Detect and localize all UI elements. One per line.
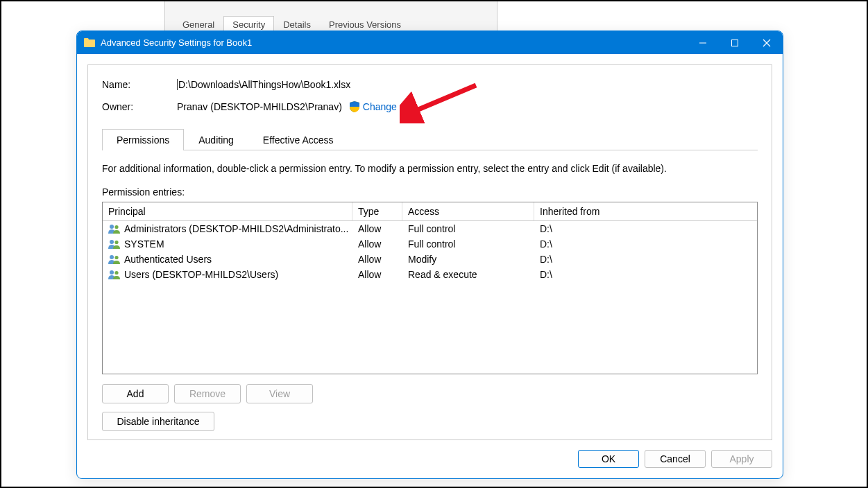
main-panel: Name: D:\Downloads\AllThingsHow\Book1.xl… [87, 64, 772, 440]
owner-value: Pranav (DESKTOP-MHILDS2\Pranav) [177, 101, 342, 112]
col-header-access[interactable]: Access [402, 202, 534, 220]
name-value: D:\Downloads\AllThingsHow\Book1.xlsx [177, 79, 350, 90]
remove-button: Remove [174, 384, 241, 403]
svg-line-2 [763, 40, 770, 46]
view-button: View [246, 384, 313, 403]
apply-button: Apply [711, 450, 772, 468]
principal-value: Administrators (DESKTOP-MHILDS2\Administ… [124, 223, 348, 234]
inherited-value: D:\ [534, 268, 757, 281]
col-header-inherited[interactable]: Inherited from [534, 202, 757, 220]
advanced-security-dialog: Advanced Security Settings for Book1 Nam… [76, 31, 783, 479]
folder-icon [84, 38, 95, 47]
users-icon [108, 254, 121, 264]
principal-value: Authenticated Users [124, 254, 212, 265]
dialog-title: Advanced Security Settings for Book1 [101, 37, 252, 48]
change-owner-link[interactable]: Change [363, 101, 397, 112]
users-icon [108, 239, 121, 249]
permission-row[interactable]: Authenticated UsersAllowModifyD:\ [103, 252, 757, 267]
ok-button[interactable]: OK [578, 450, 639, 468]
inherited-value: D:\ [534, 238, 757, 250]
svg-point-10 [110, 270, 114, 274]
type-value: Allow [352, 223, 402, 235]
minimize-button[interactable] [687, 31, 719, 54]
svg-point-6 [110, 240, 114, 244]
svg-point-5 [114, 225, 118, 229]
type-value: Allow [352, 238, 402, 250]
access-value: Modify [402, 253, 534, 265]
permission-row[interactable]: Users (DESKTOP-MHILDS2\Users)AllowRead &… [103, 267, 757, 282]
svg-point-7 [114, 241, 118, 244]
close-button[interactable] [751, 31, 783, 54]
tab-auditing[interactable]: Auditing [184, 129, 248, 150]
owner-label: Owner: [102, 101, 177, 112]
add-button[interactable]: Add [102, 384, 169, 403]
tab-permissions[interactable]: Permissions [102, 129, 184, 150]
svg-point-8 [110, 255, 114, 259]
svg-point-9 [114, 256, 118, 259]
permission-row[interactable]: SYSTEMAllowFull controlD:\ [103, 236, 757, 252]
tab-effective-access[interactable]: Effective Access [248, 129, 348, 150]
maximize-button[interactable] [719, 31, 751, 54]
disable-inheritance-button[interactable]: Disable inheritance [102, 412, 214, 431]
cancel-button[interactable]: Cancel [645, 450, 706, 468]
permission-row[interactable]: Administrators (DESKTOP-MHILDS2\Administ… [103, 221, 757, 236]
entries-label: Permission entries: [102, 186, 758, 198]
svg-line-3 [763, 40, 770, 46]
principal-value: Users (DESKTOP-MHILDS2\Users) [124, 269, 278, 280]
permission-entries-table: Principal Type Access Inherited from Adm… [102, 202, 758, 374]
name-label: Name: [102, 79, 177, 90]
type-value: Allow [352, 253, 402, 265]
svg-point-4 [110, 225, 114, 229]
users-icon [108, 270, 121, 279]
access-value: Full control [402, 223, 534, 235]
info-text: For additional information, double-click… [102, 163, 758, 174]
svg-point-11 [114, 271, 118, 274]
type-value: Allow [352, 268, 402, 281]
titlebar: Advanced Security Settings for Book1 [77, 31, 783, 54]
col-header-type[interactable]: Type [352, 202, 402, 220]
svg-rect-1 [732, 40, 738, 46]
inherited-value: D:\ [534, 253, 757, 265]
users-icon [108, 224, 121, 234]
principal-value: SYSTEM [124, 238, 164, 250]
col-header-principal[interactable]: Principal [103, 202, 352, 220]
access-value: Full control [402, 238, 534, 250]
uac-shield-icon [349, 101, 360, 112]
access-value: Read & execute [402, 268, 534, 281]
screenshot-frame: General Security Details Previous Versio… [0, 0, 868, 488]
inherited-value: D:\ [534, 223, 757, 235]
